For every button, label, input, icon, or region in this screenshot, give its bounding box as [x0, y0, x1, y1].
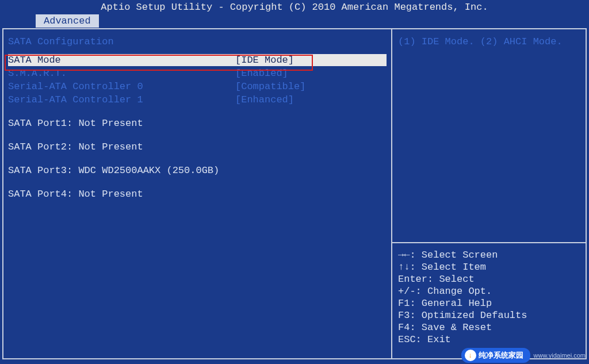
nav-select-item: ↑↓: Select Item	[398, 261, 580, 273]
download-icon: ↓	[465, 350, 476, 361]
setting-sata-controller-1[interactable]: Serial-ATA Controller 1 [Enhanced]	[8, 94, 387, 106]
setting-value: [IDE Mode]	[235, 54, 294, 66]
setting-value: [Enabled]	[235, 67, 288, 79]
setting-smart[interactable]: S.M.A.R.T. [Enabled]	[8, 67, 387, 79]
nav-help: →←: Select Screen ↑↓: Select Item Enter:…	[392, 243, 586, 358]
watermark: ↓ 纯净系统家园 www.yidaimei.com	[461, 348, 586, 363]
nav-select-screen: →←: Select Screen	[398, 249, 580, 261]
sata-port-1: SATA Port1: Not Present	[8, 117, 387, 129]
setting-label: SATA Mode	[8, 54, 235, 66]
nav-enter: Enter: Select	[398, 273, 580, 285]
sata-port-4: SATA Port4: Not Present	[8, 188, 387, 200]
setting-value: [Enhanced]	[235, 94, 294, 106]
title-bar: Aptio Setup Utility - Copyright (C) 2010…	[0, 0, 589, 14]
setting-value: [Compatible]	[235, 81, 305, 93]
setting-sata-controller-0[interactable]: Serial-ATA Controller 0 [Compatible]	[8, 81, 387, 93]
help-text: (1) IDE Mode. (2) AHCI Mode.	[392, 29, 586, 243]
watermark-url: www.yidaimei.com	[534, 352, 586, 359]
tab-row: Advanced	[0, 14, 589, 28]
setting-label: S.M.A.R.T.	[8, 67, 235, 79]
right-panel: (1) IDE Mode. (2) AHCI Mode. →←: Select …	[392, 29, 586, 358]
watermark-text: 纯净系统家园	[479, 350, 523, 361]
left-panel: SATA Configuration SATA Mode [IDE Mode] …	[3, 29, 392, 358]
nav-save-reset: F4: Save & Reset	[398, 321, 580, 334]
setting-label: Serial-ATA Controller 0	[8, 81, 235, 93]
watermark-badge: ↓ 纯净系统家园	[461, 348, 530, 363]
setting-label: Serial-ATA Controller 1	[8, 94, 235, 106]
nav-general-help: F1: General Help	[398, 297, 580, 309]
tab-advanced[interactable]: Advanced	[36, 14, 99, 28]
setting-sata-mode[interactable]: SATA Mode [IDE Mode]	[8, 54, 387, 66]
nav-optimized-defaults: F3: Optimized Defaults	[398, 309, 580, 321]
section-title: SATA Configuration	[8, 36, 387, 47]
sata-port-2: SATA Port2: Not Present	[8, 141, 387, 153]
sata-port-3: SATA Port3: WDC WD2500AAKX (250.0GB)	[8, 164, 387, 177]
nav-change-opt: +/-: Change Opt.	[398, 285, 580, 297]
main-area: SATA Configuration SATA Mode [IDE Mode] …	[2, 28, 587, 359]
nav-exit: ESC: Exit	[398, 334, 580, 346]
